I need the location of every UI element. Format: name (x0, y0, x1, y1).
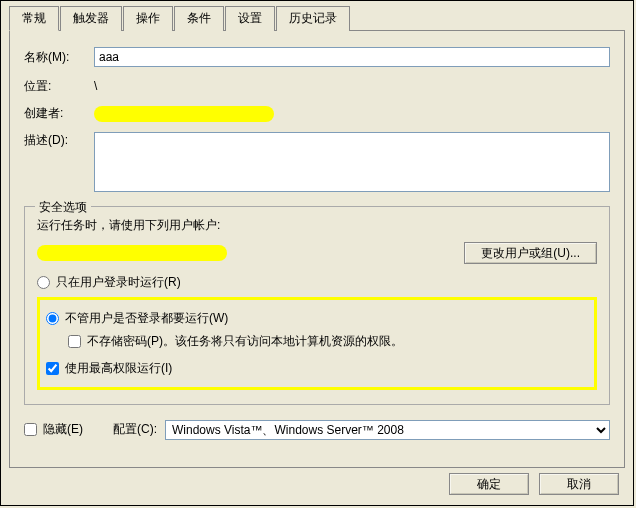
description-input[interactable] (94, 132, 610, 192)
tab-strip: 常规 触发器 操作 条件 设置 历史记录 (9, 5, 625, 30)
tab-general[interactable]: 常规 (9, 6, 59, 31)
change-user-button[interactable]: 更改用户或组(U)... (464, 242, 597, 264)
run-as-account-row: 更改用户或组(U)... (37, 242, 597, 264)
tab-settings[interactable]: 设置 (225, 6, 275, 31)
check-highest-privileges-label: 使用最高权限运行(I) (65, 360, 172, 377)
radio-always-row: 不管用户是否登录都要运行(W) (46, 310, 588, 327)
check-hidden[interactable] (24, 423, 37, 436)
check-no-password[interactable] (68, 335, 81, 348)
radio-run-always[interactable] (46, 312, 59, 325)
check-highest-priv-row: 使用最高权限运行(I) (46, 360, 588, 377)
tab-triggers[interactable]: 触发器 (60, 6, 122, 31)
tab-history[interactable]: 历史记录 (276, 6, 350, 31)
tab-actions[interactable]: 操作 (123, 6, 173, 31)
task-properties-dialog: 常规 触发器 操作 条件 设置 历史记录 名称(M): 位置: \ 创建者: 描… (0, 0, 634, 506)
description-label: 描述(D): (24, 132, 94, 149)
configure-for-row: 配置(C): Windows Vista™、Windows Server™ 20… (113, 420, 610, 440)
security-options-group: 安全选项 运行任务时，请使用下列用户帐户: 更改用户或组(U)... 只在用户登… (24, 206, 610, 405)
dialog-button-bar: 确定 取消 (449, 473, 619, 495)
configure-for-select[interactable]: Windows Vista™、Windows Server™ 2008 (165, 420, 610, 440)
author-row: 创建者: (24, 105, 610, 122)
author-label: 创建者: (24, 105, 94, 122)
bottom-row: 隐藏(E) 配置(C): Windows Vista™、Windows Serv… (24, 415, 610, 444)
account-value-redacted (37, 245, 227, 261)
radio-only-logged-row: 只在用户登录时运行(R) (37, 274, 597, 291)
general-panel: 名称(M): 位置: \ 创建者: 描述(D): 安全选项 运行任务时，请使用下… (9, 30, 625, 468)
location-label: 位置: (24, 78, 94, 95)
radio-only-logged[interactable] (37, 276, 50, 289)
description-row: 描述(D): (24, 132, 610, 192)
radio-only-logged-label: 只在用户登录时运行(R) (56, 274, 181, 291)
check-highest-privileges[interactable] (46, 362, 59, 375)
highlight-annotation: 不管用户是否登录都要运行(W) 不存储密码(P)。该任务将只有访问本地计算机资源… (37, 297, 597, 390)
name-input[interactable] (94, 47, 610, 67)
name-label: 名称(M): (24, 49, 94, 66)
radio-run-always-label: 不管用户是否登录都要运行(W) (65, 310, 228, 327)
hidden-row: 隐藏(E) (24, 421, 83, 438)
author-value-redacted (94, 106, 274, 122)
cancel-button[interactable]: 取消 (539, 473, 619, 495)
security-legend: 安全选项 (35, 199, 91, 216)
check-hidden-label: 隐藏(E) (43, 421, 83, 438)
location-value: \ (94, 77, 97, 95)
tab-conditions[interactable]: 条件 (174, 6, 224, 31)
location-row: 位置: \ (24, 77, 610, 95)
name-row: 名称(M): (24, 47, 610, 67)
check-no-password-row: 不存储密码(P)。该任务将只有访问本地计算机资源的权限。 (68, 333, 588, 350)
configure-for-label: 配置(C): (113, 421, 157, 438)
ok-button[interactable]: 确定 (449, 473, 529, 495)
run-as-prompt: 运行任务时，请使用下列用户帐户: (37, 217, 597, 234)
check-no-password-label: 不存储密码(P)。该任务将只有访问本地计算机资源的权限。 (87, 333, 403, 350)
